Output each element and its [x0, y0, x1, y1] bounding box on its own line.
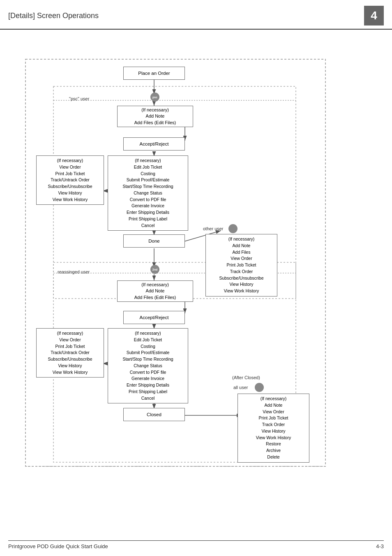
all-user-label: all user — [233, 385, 248, 390]
arrows-svg — [0, 34, 392, 552]
page-header: [Details] Screen Operations 4 — [0, 0, 392, 30]
other-user-label: other user — [203, 226, 224, 231]
left-actions-2-box: (If necessary) View Order Print Job Tick… — [36, 328, 104, 378]
accept-reject-2-box: Accept/Reject — [123, 311, 185, 324]
place-order-box: Place an Order — [123, 67, 185, 80]
page-footer: Printgroove POD Guide Quick Start Guide … — [8, 540, 384, 549]
diagram-area: Place an Order "psc" user psc (If necess… — [0, 34, 392, 552]
footer-left: Printgroove POD Guide Quick Start Guide — [8, 543, 108, 549]
after-closed-actions-box: (If necessary) Add Note View Order Print… — [238, 394, 309, 463]
accept-reject-1-box: Accept/Reject — [123, 137, 185, 151]
middle-actions-2-box: (If necessary) Edit Job Ticket Costing S… — [108, 328, 188, 403]
done-box: Done — [123, 234, 185, 248]
reassigned-user-circle: 2nd — [150, 265, 159, 274]
right-actions-1-box: (If necessary) Add Note Add Files View O… — [205, 234, 277, 297]
left-actions-1-box: (If necessary) View Order Print Job Tick… — [36, 155, 104, 205]
after-closed-label: (After Closed) — [232, 375, 260, 380]
psc-user-label: "psc" user — [69, 96, 89, 101]
all-user-circle — [255, 383, 264, 392]
closed-box: Closed — [123, 408, 185, 421]
other-user-circle — [228, 224, 238, 233]
footer-right: 4-3 — [376, 543, 384, 549]
psc-user-circle: psc — [150, 93, 159, 102]
add-note-2-box: (If necessary) Add Note Add Files (Edit … — [117, 280, 193, 302]
page-number-badge: 4 — [364, 6, 384, 25]
middle-actions-1-box: (If necessary) Edit Job Ticket Costing S… — [108, 155, 188, 231]
add-note-1-box: (If necessary) Add Note Add Files (Edit … — [117, 106, 193, 127]
reassigned-user-label: reassinged user — [58, 269, 90, 274]
page-title: [Details] Screen Operations — [8, 12, 99, 20]
